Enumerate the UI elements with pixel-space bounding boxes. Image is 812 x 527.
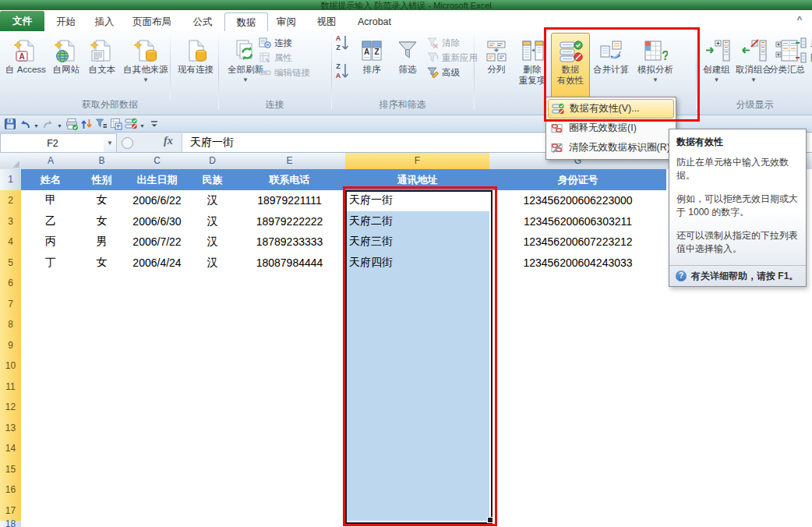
cell-D13[interactable] <box>191 418 235 440</box>
row-header-13[interactable]: 13 <box>0 418 22 440</box>
cell-D9[interactable] <box>191 335 235 357</box>
cell-D17[interactable] <box>191 500 235 522</box>
cell-A7[interactable] <box>21 294 81 316</box>
cell-C14[interactable] <box>123 438 192 460</box>
ribbon-button-doc-access[interactable]: A自 Access <box>5 33 47 101</box>
cell-E7[interactable] <box>234 294 346 316</box>
cell-B2[interactable]: 女 <box>80 190 124 212</box>
chevron-down-icon[interactable]: ▼ <box>34 123 39 129</box>
row-header-3[interactable]: 3 <box>0 211 22 233</box>
cell-D8[interactable] <box>191 314 235 336</box>
cell-C18[interactable] <box>123 521 192 527</box>
cell-E8[interactable] <box>234 314 346 336</box>
cell-C4[interactable]: 2006/7/22 <box>123 232 192 253</box>
cell-x711[interactable] <box>666 377 697 398</box>
ribbon-small-hide-detail[interactable]: 隐 <box>795 51 812 65</box>
cell-B4[interactable]: 男 <box>80 232 124 253</box>
formula-bar-button[interactable] <box>122 137 133 149</box>
cell-x912[interactable] <box>754 397 812 419</box>
cell-A4[interactable]: 丙 <box>21 232 81 253</box>
cell-B8[interactable] <box>80 314 124 336</box>
cell-G7[interactable] <box>489 294 667 316</box>
cell-G12[interactable] <box>489 397 667 419</box>
cell-A15[interactable] <box>21 459 81 481</box>
cell-x97[interactable] <box>754 294 812 316</box>
row-header-14[interactable]: 14 <box>0 438 22 460</box>
qat-custom-view-button[interactable] <box>110 117 122 131</box>
cell-A1[interactable]: 姓名 <box>21 169 81 191</box>
cell-x716[interactable] <box>666 479 697 501</box>
cell-B7[interactable] <box>80 294 124 316</box>
cell-E16[interactable] <box>234 479 346 501</box>
cell-x77[interactable] <box>666 294 697 316</box>
cell-D7[interactable] <box>191 294 235 316</box>
qat-filter-button[interactable] <box>95 117 108 131</box>
collapse-ribbon-icon[interactable]: ^ <box>793 15 806 26</box>
cell-C17[interactable] <box>123 500 192 522</box>
cell-G8[interactable] <box>489 314 667 336</box>
cell-E15[interactable] <box>234 459 346 481</box>
cell-A11[interactable] <box>21 377 81 398</box>
cell-G10[interactable] <box>489 355 667 377</box>
col-header-C[interactable]: C <box>123 153 192 170</box>
cell-x79[interactable] <box>666 335 697 357</box>
cell-A10[interactable] <box>21 355 81 377</box>
row-header-5[interactable]: 5 <box>0 253 22 274</box>
ribbon-button-doc-db[interactable]: 自其他来源▼ <box>120 33 171 101</box>
cell-C8[interactable] <box>123 314 192 336</box>
cell-G16[interactable] <box>489 479 667 501</box>
row-header-12[interactable]: 12 <box>0 397 22 419</box>
col-header-D[interactable]: D <box>191 153 235 170</box>
cell-x910[interactable] <box>754 355 812 377</box>
tab-6[interactable]: 审阅 <box>268 12 305 31</box>
row-header-1[interactable]: 1 <box>0 169 22 191</box>
tab-5[interactable]: 数据 <box>224 12 268 32</box>
cell-A16[interactable] <box>21 479 81 501</box>
cell-x714[interactable] <box>666 438 697 460</box>
cell-B14[interactable] <box>80 438 124 460</box>
cell-G4[interactable]: 123456200607223212 <box>489 232 667 253</box>
cell-B12[interactable] <box>80 397 124 419</box>
row-header-2[interactable]: 2 <box>0 190 22 212</box>
col-header-B[interactable]: B <box>80 153 124 170</box>
col-header-F[interactable]: F <box>345 153 490 170</box>
cell-x717[interactable] <box>666 500 697 522</box>
cell-C2[interactable]: 2006/6/22 <box>123 190 192 212</box>
cell-G14[interactable] <box>489 438 667 460</box>
row-header-7[interactable]: 7 <box>0 294 22 316</box>
tab-1[interactable]: 开始 <box>49 12 83 31</box>
cell-A17[interactable] <box>21 500 81 522</box>
tab-file[interactable]: 文件 <box>0 11 44 31</box>
cell-E1[interactable]: 联系电话 <box>234 169 346 191</box>
cell-C16[interactable] <box>123 479 192 501</box>
cell-A5[interactable]: 丁 <box>21 253 81 274</box>
ribbon-button-funnel[interactable]: 筛选 <box>390 33 425 101</box>
cell-A8[interactable] <box>21 314 81 336</box>
sort-descending-button[interactable]: ZA <box>334 64 350 78</box>
insert-function-icon[interactable]: fx <box>164 135 173 147</box>
cell-G18[interactable] <box>489 521 667 527</box>
row-header-15[interactable]: 15 <box>0 459 22 481</box>
cell-D1[interactable]: 民族 <box>191 169 235 191</box>
cell-C15[interactable] <box>123 459 192 481</box>
cell-C12[interactable] <box>123 397 192 419</box>
cell-A13[interactable] <box>21 418 81 440</box>
cell-E14[interactable] <box>234 438 346 460</box>
cell-E5[interactable]: 18087984444 <box>234 253 346 274</box>
menu-item-clear-circles[interactable]: 清除无效数据标识圈(R) <box>548 138 674 157</box>
name-box[interactable]: F2 <box>0 133 105 153</box>
cell-x916[interactable] <box>754 479 812 501</box>
cell-G5[interactable]: 123456200604243033 <box>489 253 667 274</box>
cell-x99[interactable] <box>754 335 812 357</box>
qat-data-validation-button[interactable] <box>125 117 137 131</box>
ribbon-small-show-detail[interactable]: 显 <box>795 36 812 50</box>
cell-x815[interactable] <box>696 459 754 481</box>
cell-x914[interactable] <box>754 438 812 460</box>
cell-A18[interactable] <box>21 521 81 527</box>
row-header-18[interactable]: 18 <box>0 521 22 527</box>
cell-B5[interactable]: 女 <box>80 253 124 274</box>
cell-x913[interactable] <box>754 418 812 440</box>
cell-x818[interactable] <box>696 521 754 527</box>
cell-D18[interactable] <box>191 521 235 527</box>
ribbon-button-ungroup[interactable]: 取消组合▼ <box>733 33 774 101</box>
